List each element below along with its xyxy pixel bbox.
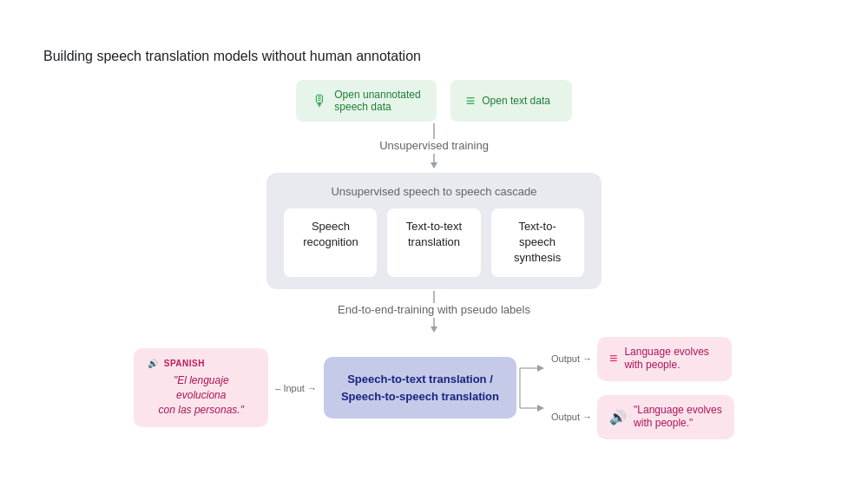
- input-arrow: – Input →: [268, 383, 324, 393]
- text-input-box: ≡ Open text data: [450, 80, 572, 122]
- microphone-icon: 🎙: [312, 92, 327, 110]
- text-to-speech-box: Text-to-speech synthesis: [491, 208, 584, 277]
- flow-diagram: 🎙 Open unannotated speech data ≡ Open te…: [43, 80, 825, 439]
- svg-marker-5: [431, 326, 437, 333]
- output-text-content: Language evolves with people.: [624, 346, 708, 373]
- text-input-label: Open text data: [482, 95, 550, 107]
- top-inputs-row: 🎙 Open unannotated speech data ≡ Open te…: [296, 80, 571, 122]
- text-to-text-box: Text-to-text translation: [387, 208, 480, 277]
- speaker-icon: 🔊: [148, 359, 159, 368]
- output-speech-row: Output → 🔊 "Language evolves with people…: [551, 395, 734, 439]
- diagram-container: Building speech translation models witho…: [17, 31, 851, 457]
- svg-marker-9: [537, 365, 544, 372]
- speech-input-label: Open unannotated speech data: [334, 89, 420, 113]
- output-text-row: Output → ≡ Language evolves with people.: [551, 337, 734, 381]
- output-speech-box: 🔊 "Language evolves with people.": [597, 395, 734, 439]
- page-title: Building speech translation models witho…: [43, 49, 825, 64]
- output-speech-label: Output →: [551, 412, 592, 422]
- text-to-text-label: Text-to-text translation: [406, 220, 462, 248]
- input-label: – Input →: [275, 383, 317, 393]
- bottom-section: 🔊 SPANISH "El lenguaje evoluciona con la…: [43, 337, 825, 439]
- output-speech-content: "Language evolves with people.": [634, 404, 722, 431]
- speech-recognition-label: Speech recognition: [303, 220, 358, 248]
- translation-box: Speech-to-text translation / Speech-to-s…: [324, 357, 516, 419]
- translation-label: Speech-to-text translation / Speech-to-s…: [341, 373, 499, 403]
- speech-input-box: 🎙 Open unannotated speech data: [296, 80, 436, 122]
- output-brace-area: Output → ≡ Language evolves with people.…: [516, 337, 734, 439]
- spanish-label: 🔊 SPANISH: [148, 359, 254, 368]
- output-text-box: ≡ Language evolves with people.: [597, 337, 732, 381]
- spanish-text: "El lenguaje evoluciona con las personas…: [148, 373, 254, 417]
- output-text-label: Output →: [551, 353, 592, 364]
- svg-marker-10: [537, 405, 544, 412]
- cascade-items: Speech recognition Text-to-text translat…: [284, 208, 583, 277]
- cascade-title: Unsupervised speech to speech cascade: [284, 185, 583, 198]
- unsupervised-label-row: Unsupervised training: [379, 139, 489, 173]
- svg-marker-2: [431, 162, 437, 168]
- text-to-speech-label: Text-to-speech synthesis: [514, 220, 561, 264]
- end-to-end-label: End-to-end-training with pseudo labels: [338, 303, 530, 316]
- spanish-input-box: 🔊 SPANISH "El lenguaje evoluciona con la…: [134, 348, 268, 427]
- lines-output-icon: ≡: [609, 351, 617, 366]
- cascade-box: Unsupervised speech to speech cascade Sp…: [266, 173, 601, 289]
- language-label: SPANISH: [164, 359, 205, 368]
- outputs-section: Output → ≡ Language evolves with people.…: [551, 337, 734, 439]
- speaker-output-icon: 🔊: [609, 409, 627, 425]
- speech-recognition-box: Speech recognition: [284, 208, 377, 277]
- end-to-end-label-row: End-to-end-training with pseudo labels: [338, 303, 530, 337]
- unsupervised-label: Unsupervised training: [379, 139, 489, 152]
- lines-icon: ≡: [466, 92, 476, 110]
